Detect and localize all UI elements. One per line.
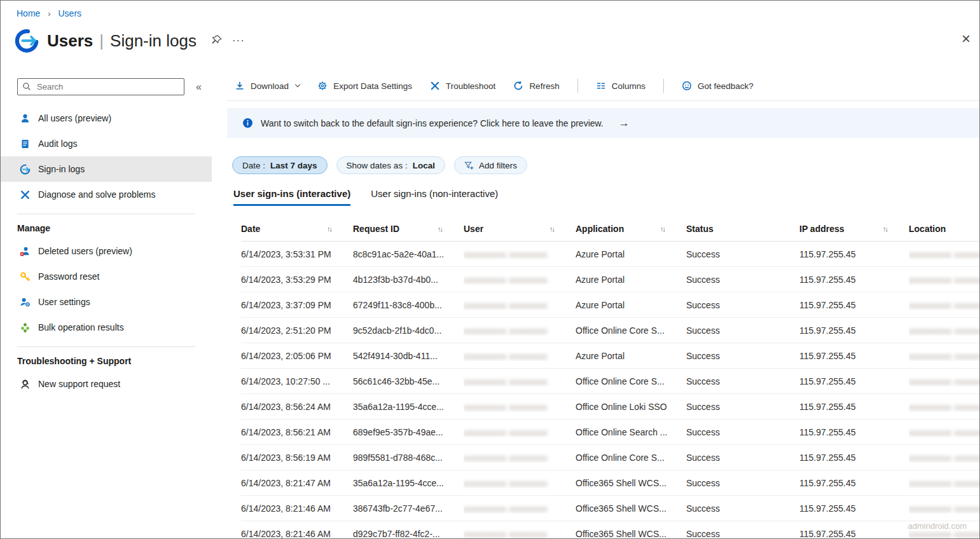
filter-pill-date[interactable]: Date :Last 7 days (232, 156, 328, 174)
table-row[interactable]: 6/14/2023, 3:53:31 PM8c8c91ac-5a2e-40a1.… (241, 242, 979, 267)
filter-pill-label: Date : (242, 161, 265, 170)
column-header-label: Location (909, 224, 946, 234)
application-cell: Office365 Shell WCS... (576, 503, 686, 514)
application-cell: Office Online Search ... (576, 427, 686, 437)
troubleshoot-icon (430, 81, 440, 91)
table-row[interactable]: 6/14/2023, 8:21:47 AM35a6a12a-1195-4cce.… (241, 470, 979, 496)
request-id-cell: 9c52dacb-2f1b-4dc0... (353, 325, 464, 336)
application-cell: Azure Portal (576, 275, 686, 285)
collapse-sidebar-button[interactable]: « (192, 80, 205, 94)
search-input[interactable] (17, 78, 184, 95)
toolbar-download-button[interactable]: Download (235, 81, 300, 91)
users-icon (20, 113, 31, 124)
filter-pill-label: Add filters (479, 161, 517, 170)
ip-address-cell: 115.97.255.45 (799, 478, 909, 488)
toolbar-columns-button[interactable]: Columns (596, 81, 645, 91)
pin-icon[interactable] (210, 34, 223, 47)
table-row[interactable]: 6/14/2023, 8:56:24 AM35a6a12a-1195-4cce.… (241, 394, 979, 420)
toolbar-label: Troubleshoot (446, 81, 495, 91)
sidebar-item-bulk-operation-results[interactable]: Bulk operation results (1, 315, 212, 340)
request-id-cell: 989f5581-d788-468c... (353, 453, 464, 463)
table-row[interactable]: 6/14/2023, 2:51:20 PM9c52dacb-2f1b-4dc0.… (241, 318, 979, 343)
toolbar-export-data-settings-button[interactable]: Export Data Settings (317, 81, 412, 91)
sort-icon: ↑↓ (549, 225, 554, 233)
date-cell: 6/14/2023, 8:56:21 AM (241, 427, 353, 437)
user-settings-icon (20, 297, 31, 308)
breadcrumb-separator: › (48, 9, 50, 18)
column-header-status[interactable]: Status (686, 224, 799, 234)
breadcrumb-home[interactable]: Home (17, 8, 40, 18)
sidebar-item-new-support-request[interactable]: New support request (1, 371, 212, 397)
column-header-application[interactable]: Application↑↓ (576, 224, 686, 234)
filter-pill-show-dates-as[interactable]: Show dates as :Local (336, 156, 445, 174)
columns-icon (596, 81, 606, 91)
column-header-location[interactable]: Location (909, 224, 979, 234)
support-icon (20, 379, 31, 390)
table-row[interactable]: 6/14/2023, 8:21:46 AM386743fb-2c77-4e67.… (241, 496, 979, 521)
more-options-icon[interactable]: ··· (232, 38, 245, 44)
column-header-request-id[interactable]: Request ID↑↓ (353, 224, 464, 234)
application-cell: Office365 Shell WCS... (576, 529, 686, 539)
table-row[interactable]: 6/14/2023, 8:56:21 AM689ef9e5-357b-49ae.… (241, 420, 979, 445)
tab-user-sign-ins-interactive[interactable]: User sign-ins (interactive) (233, 188, 350, 206)
column-header-ip-address[interactable]: IP address↑↓ (799, 224, 909, 234)
ip-address-cell: 115.97.255.45 (799, 503, 909, 514)
watermark: admindroid.com (908, 521, 967, 531)
date-cell: 6/14/2023, 8:21:46 AM (241, 503, 353, 514)
filter-pill-add-filters[interactable]: Add filters (454, 156, 527, 174)
banner-arrow-icon[interactable]: → (619, 117, 630, 130)
location-redacted-cell: xxxxxxxxx xxxxxxxx (909, 249, 979, 259)
sidebar-item-all-users-preview[interactable]: All users (preview) (1, 106, 212, 131)
sidebar-item-label: Bulk operation results (38, 322, 124, 332)
close-icon[interactable]: × (962, 31, 970, 46)
sidebar-item-sign-in-logs[interactable]: Sign-in logs (1, 156, 212, 182)
sidebar-item-audit-logs[interactable]: Audit logs (1, 131, 212, 156)
toolbar-label: Refresh (529, 81, 559, 91)
column-header-date[interactable]: Date↑↓ (241, 224, 353, 234)
filter-bar: Date :Last 7 daysShow dates as :LocalAdd… (227, 156, 979, 174)
tab-user-sign-ins-non-interactive[interactable]: User sign-ins (non-interactive) (371, 188, 498, 206)
refresh-icon (513, 81, 523, 91)
azure-portal-window: Home › Users × Users | Sign-in logs ··· (0, 0, 980, 539)
application-cell: Office Online Core S... (576, 376, 686, 386)
toolbar-refresh-button[interactable]: Refresh (513, 81, 559, 91)
table-row[interactable]: 6/14/2023, 2:05:06 PM542f4914-30db-411..… (241, 343, 979, 369)
info-icon (242, 118, 253, 128)
user-redacted: xxxxxxxxx xxxxxxxx (464, 250, 548, 259)
date-cell: 6/14/2023, 2:05:06 PM (241, 351, 353, 361)
status-cell: Success (686, 453, 799, 463)
sidebar-item-password-reset[interactable]: Password reset (1, 264, 212, 289)
sidebar-item-label: All users (preview) (38, 113, 111, 123)
sidebar-item-label: Password reset (38, 271, 99, 282)
column-header-user[interactable]: User↑↓ (464, 224, 576, 234)
table-row[interactable]: 6/14/2023, 10:27:50 ...56c61c46-32bb-45e… (241, 369, 979, 394)
application-cell: Azure Portal (576, 351, 686, 361)
sidebar-item-diagnose-and-solve-problems[interactable]: Diagnose and solve problems (1, 182, 212, 207)
main-panel: DownloadExport Data SettingsTroubleshoot… (212, 74, 979, 524)
toolbar-separator (663, 79, 664, 93)
toolbar-got-feedback-button[interactable]: Got feedback? (682, 81, 754, 91)
sidebar-item-deleted-users-preview[interactable]: Deleted users (preview) (1, 238, 212, 264)
location-redacted: xxxxxxxxx xxxxxxxx (909, 275, 979, 285)
search-box (17, 78, 184, 95)
ip-address-cell: 115.97.255.45 (799, 402, 909, 412)
table-row[interactable]: 6/14/2023, 3:37:09 PM67249f11-83c8-400b.… (241, 292, 979, 318)
signin-table: Date↑↓Request ID↑↓User↑↓Application↑↓Sta… (227, 216, 979, 539)
ip-address-cell: 115.97.255.45 (799, 249, 909, 259)
location-redacted-cell: xxxxxxxxx xxxxxxxx (909, 427, 979, 437)
table-row[interactable]: 6/14/2023, 8:21:46 AMd929c7b7-ff82-4fc2-… (241, 521, 979, 539)
sidebar-item-user-settings[interactable]: User settings (1, 289, 212, 315)
signin-logs-icon (20, 164, 31, 175)
audit-logs-icon (20, 139, 31, 149)
sidebar-section-title: Manage (1, 215, 212, 238)
section-divider (17, 346, 195, 347)
date-cell: 6/14/2023, 10:27:50 ... (241, 376, 353, 386)
toolbar-troubleshoot-button[interactable]: Troubleshoot (430, 81, 495, 91)
breadcrumb-users[interactable]: Users (58, 8, 81, 18)
chevron-down-icon (295, 82, 301, 88)
preview-banner[interactable]: Want to switch back to the default sign-… (227, 108, 979, 138)
user-redacted: xxxxxxxxx xxxxxxxx (464, 453, 548, 463)
user-redacted: xxxxxxxxx xxxxxxxx (464, 402, 548, 412)
table-row[interactable]: 6/14/2023, 3:53:29 PM4b123f3b-b37d-4b0..… (241, 267, 979, 292)
table-row[interactable]: 6/14/2023, 8:56:19 AM989f5581-d788-468c.… (241, 445, 979, 470)
